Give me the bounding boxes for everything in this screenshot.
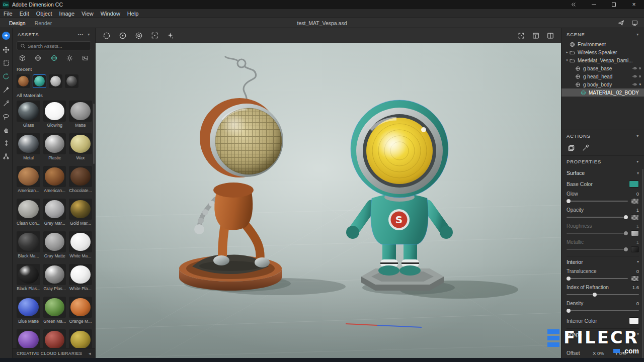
row-visibility-controls[interactable] — [632, 66, 641, 71]
material-tile[interactable]: American... — [17, 166, 40, 194]
opacity-slider[interactable] — [567, 214, 628, 220]
glow-slider[interactable] — [567, 198, 628, 204]
roughness-slider[interactable] — [567, 230, 628, 236]
metallic-slider[interactable] — [567, 246, 628, 252]
close-button[interactable]: × — [624, 0, 644, 9]
assets-scrollbar[interactable] — [93, 104, 95, 164]
category-models-icon[interactable] — [19, 55, 26, 61]
translucence-slider[interactable] — [567, 276, 628, 282]
3d-canvas[interactable]: S — [96, 43, 561, 358]
horizon-tool[interactable] — [3, 153, 10, 160]
interior-section[interactable]: Interior ▾ — [567, 256, 639, 267]
menu-item-image[interactable]: Image — [56, 9, 78, 18]
menu-item-view[interactable]: View — [78, 9, 97, 18]
add-content-button[interactable]: + — [2, 32, 10, 40]
tree-caret-icon[interactable]: ▾ — [565, 58, 570, 62]
texture-swatch[interactable] — [631, 230, 639, 236]
material-tile[interactable] — [43, 329, 66, 350]
magic-wand-tool[interactable] — [3, 86, 10, 94]
density-slider[interactable] — [567, 308, 639, 314]
share-icon[interactable] — [618, 20, 624, 26]
material-tile[interactable]: Metal — [17, 133, 40, 161]
menu-item-file[interactable]: File — [0, 9, 16, 18]
material-tile[interactable]: Orange M... — [69, 297, 92, 324]
material-tile[interactable]: American... — [43, 166, 66, 194]
material-tile[interactable]: Black Plas... — [17, 264, 40, 292]
material-tile[interactable]: Glowing — [43, 101, 66, 128]
texture-swatch[interactable] — [631, 246, 639, 252]
pan-camera-icon[interactable] — [119, 32, 127, 40]
material-tile[interactable]: White Pla... — [69, 264, 92, 292]
recent-asset-wood[interactable] — [17, 74, 30, 88]
offset-x-value[interactable]: X 0% — [593, 350, 615, 356]
texture-swatch[interactable] — [631, 214, 639, 220]
menu-item-edit[interactable]: Edit — [16, 9, 33, 18]
maximize-button[interactable] — [604, 0, 624, 9]
recent-asset-gray[interactable] — [49, 74, 62, 88]
lasso-tool[interactable] — [3, 113, 10, 120]
material-tile[interactable]: Clean Con... — [17, 199, 40, 226]
scene-item[interactable]: MATERIAL_02_BODY — [561, 88, 644, 97]
actions-collapse-icon[interactable]: ▾ — [636, 134, 639, 138]
scene-item[interactable]: g body_body▾ — [561, 80, 644, 88]
category-lights-icon[interactable] — [35, 55, 41, 61]
minimize-button[interactable] — [584, 0, 604, 9]
properties-scrollbar[interactable] — [642, 169, 643, 358]
material-tile[interactable]: Plastic — [43, 133, 66, 161]
scene-item[interactable]: ▸Wireless Speaker — [561, 48, 644, 56]
frame-selection-icon[interactable] — [151, 32, 158, 39]
menu-item-object[interactable]: Object — [33, 9, 56, 18]
index-of-refraction-slider[interactable] — [567, 292, 639, 298]
move-tool[interactable] — [3, 46, 10, 53]
fit-view-icon[interactable] — [518, 32, 525, 39]
publish-action-icon[interactable] — [568, 144, 575, 152]
collapse-chevron-icon[interactable]: ▾ — [88, 32, 90, 37]
scene-item[interactable]: ▾MeetMat_Vespa_Dami... — [561, 56, 644, 64]
search-input[interactable] — [28, 43, 88, 49]
category-images-icon[interactable] — [82, 55, 89, 61]
material-tile[interactable]: Chocolate... — [69, 166, 92, 194]
menu-item-help[interactable]: Help — [124, 9, 142, 18]
properties-collapse-icon[interactable]: ▾ — [636, 159, 639, 164]
orbit-camera-icon[interactable] — [103, 32, 111, 40]
texture-swatch[interactable] — [631, 276, 639, 282]
base-color-swatch[interactable] — [629, 180, 639, 188]
material-tile[interactable]: Black Ma... — [17, 231, 40, 259]
scene-item[interactable]: Environment — [561, 40, 644, 48]
scene-collapse-icon[interactable]: ▾ — [636, 32, 639, 37]
surface-section[interactable]: Surface ▾ — [567, 167, 639, 178]
material-tile[interactable]: Gray Matte — [43, 231, 66, 259]
sampler-action-icon[interactable] — [582, 144, 589, 152]
material-tile[interactable]: Matte — [69, 101, 92, 128]
offset-y-value[interactable]: Y 0% — [615, 350, 637, 356]
row-visibility-controls[interactable]: ▾ — [632, 82, 641, 87]
material-tile[interactable]: Wax — [69, 133, 92, 161]
scene-item[interactable]: g head_head — [561, 72, 644, 80]
material-tile[interactable]: Green Ma... — [43, 297, 66, 324]
material-tile[interactable]: Blue Matte — [17, 297, 40, 324]
interior-color-swatch[interactable] — [629, 317, 639, 324]
row-visibility-controls[interactable] — [632, 74, 641, 79]
material-tile[interactable]: Glass — [17, 101, 40, 128]
expand-panel-icon[interactable]: ◂ — [89, 351, 91, 356]
recent-asset-dark[interactable] — [65, 74, 78, 88]
material-tile[interactable]: Grey Mar... — [43, 199, 66, 226]
orbit-tool[interactable] — [3, 73, 10, 80]
texture-swatch[interactable] — [631, 198, 639, 204]
match-image-icon[interactable] — [167, 32, 174, 39]
split-view-icon[interactable] — [547, 32, 554, 39]
category-materials-icon[interactable] — [51, 55, 57, 61]
material-tile[interactable]: White Ma... — [69, 231, 92, 259]
panel-menu-icon[interactable]: ••• — [78, 32, 84, 37]
eyedropper-tool[interactable] — [3, 100, 10, 107]
scene-item[interactable]: g base_base — [561, 64, 644, 72]
menu-item-window[interactable]: Window — [97, 9, 124, 18]
marquee-select-tool[interactable] — [3, 60, 10, 66]
dolly-camera-icon[interactable] — [135, 32, 143, 40]
dolly-tool[interactable] — [3, 140, 10, 146]
tree-caret-icon[interactable]: ▸ — [565, 50, 570, 54]
category-environment-icon[interactable] — [66, 55, 73, 61]
pan-tool[interactable] — [3, 127, 10, 133]
camera-views-icon[interactable] — [532, 32, 539, 39]
display-icon[interactable] — [631, 20, 638, 26]
